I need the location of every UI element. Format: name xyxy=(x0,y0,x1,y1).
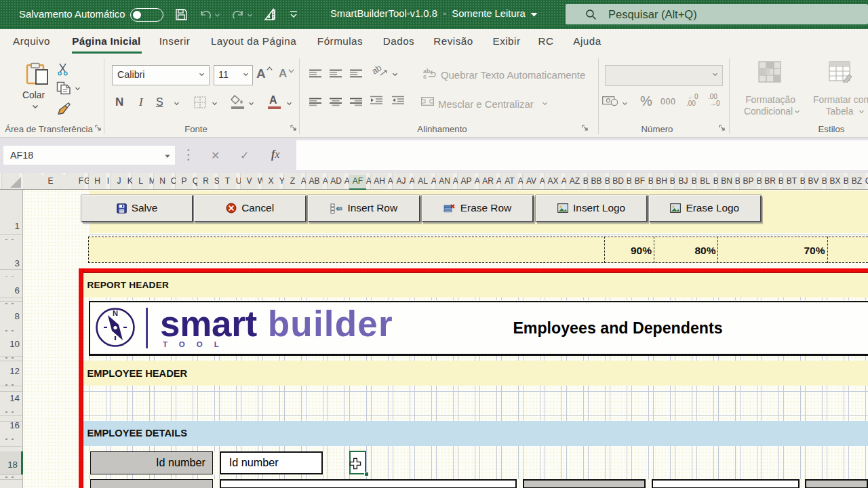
svg-text:c: c xyxy=(423,73,427,79)
svg-text:N: N xyxy=(113,309,118,317)
